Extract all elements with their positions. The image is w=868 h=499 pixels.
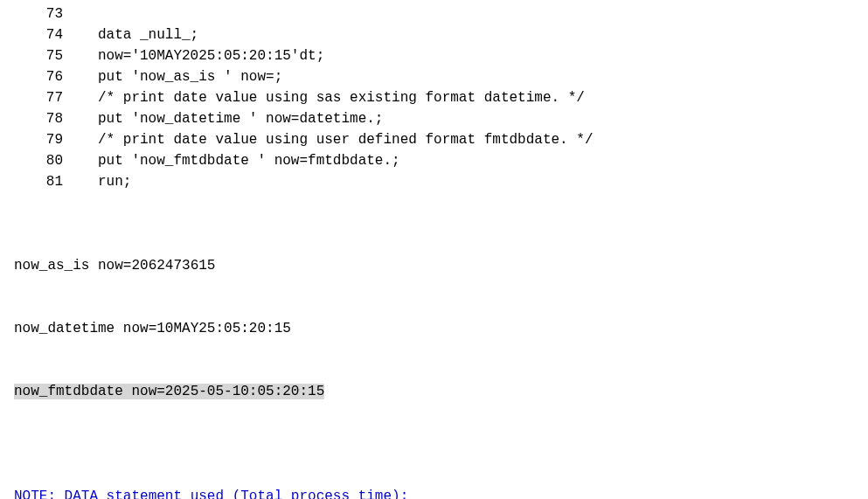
- output-line-highlighted: now_fmtdbdate now=2025-05-10:05:20:15: [14, 381, 868, 402]
- note-header: NOTE: DATA statement used (Total process…: [14, 486, 868, 499]
- line-number: 75: [35, 45, 63, 66]
- note-block: NOTE: DATA statement used (Total process…: [14, 444, 868, 499]
- line-number: 78: [35, 108, 63, 129]
- code-line: 81 run;: [35, 171, 868, 192]
- code-text: run;: [63, 171, 131, 192]
- line-number: 80: [35, 150, 63, 171]
- code-text: put 'now_fmtdbdate ' now=fmtdbdate.;: [63, 150, 400, 171]
- code-text: [63, 3, 98, 24]
- code-text: /* print date value using user defined f…: [63, 129, 594, 150]
- highlighted-text: now_fmtdbdate now=2025-05-10:05:20:15: [14, 384, 324, 399]
- log-output[interactable]: now_as_is now=2062473615 now_datetime no…: [0, 213, 868, 499]
- code-line: 76 put 'now_as_is ' now=;: [35, 66, 868, 87]
- line-number: 74: [35, 24, 63, 45]
- code-line: 74 data _null_;: [35, 24, 868, 45]
- code-line: 80 put 'now_fmtdbdate ' now=fmtdbdate.;: [35, 150, 868, 171]
- line-number: 73: [35, 3, 63, 24]
- code-line: 75 now='10MAY2025:05:20:15'dt;: [35, 45, 868, 66]
- output-line: now_datetime now=10MAY25:05:20:15: [14, 318, 868, 339]
- code-line: 78 put 'now_datetime ' now=datetime.;: [35, 108, 868, 129]
- code-line: 77 /* print date value using sas existin…: [35, 87, 868, 108]
- code-text: /* print date value using sas existing f…: [63, 87, 585, 108]
- code-editor[interactable]: 73 74 data _null_; 75 now='10MAY2025:05:…: [0, 3, 868, 192]
- code-line: 79 /* print date value using user define…: [35, 129, 868, 150]
- code-line: 73: [35, 3, 868, 24]
- output-line: now_as_is now=2062473615: [14, 255, 868, 276]
- code-text: put 'now_as_is ' now=;: [63, 66, 282, 87]
- code-text: put 'now_datetime ' now=datetime.;: [63, 108, 383, 129]
- line-number: 76: [35, 66, 63, 87]
- line-number: 81: [35, 171, 63, 192]
- code-text: data _null_;: [63, 24, 198, 45]
- code-text: now='10MAY2025:05:20:15'dt;: [63, 45, 324, 66]
- line-number: 77: [35, 87, 63, 108]
- line-number: 79: [35, 129, 63, 150]
